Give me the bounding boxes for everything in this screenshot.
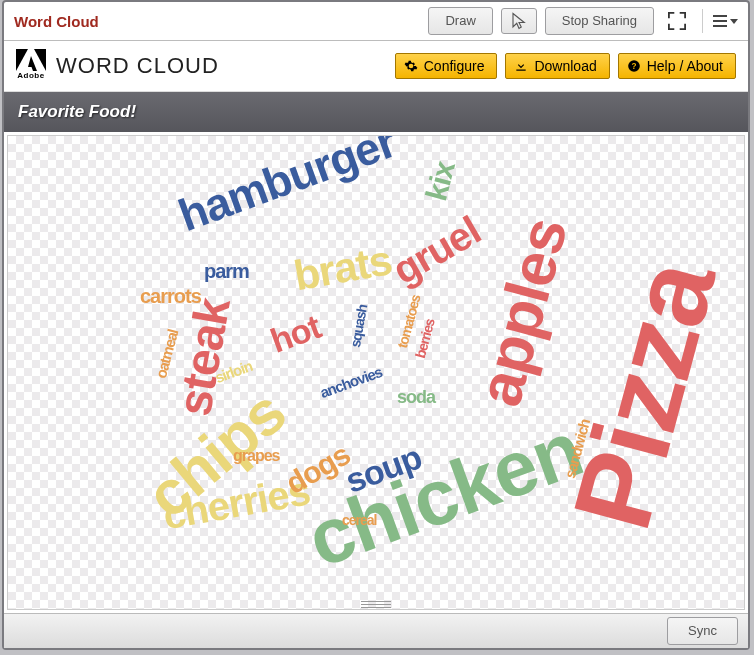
window-title: Word Cloud: [14, 13, 99, 30]
cloud-word: parm: [204, 261, 249, 281]
topbar-divider: [702, 9, 703, 33]
adobe-logo-caption: Adobe: [17, 71, 44, 80]
pointer-button[interactable]: [501, 8, 537, 34]
adobe-logo-icon: [16, 49, 46, 71]
configure-button[interactable]: Configure: [395, 53, 498, 79]
draw-button[interactable]: Draw: [428, 7, 492, 35]
svg-text:?: ?: [631, 62, 636, 71]
footer: Sync: [4, 613, 748, 648]
help-icon: ?: [627, 59, 641, 73]
pointer-icon: [510, 12, 528, 30]
cloud-title: Favorite Food!: [4, 92, 748, 132]
wordcloud-canvas[interactable]: Pizzachickenappleschipssteakhamburgerbra…: [7, 135, 745, 610]
cloud-word: berries: [413, 318, 437, 360]
cloud-word: cereal: [342, 513, 376, 527]
resize-grip[interactable]: [361, 601, 391, 608]
download-icon: [514, 59, 528, 73]
cloud-word: hamburger: [173, 135, 401, 238]
gear-icon: [404, 59, 418, 73]
configure-label: Configure: [424, 58, 485, 74]
cloud-word: kix: [421, 159, 460, 204]
menu-button[interactable]: [713, 8, 738, 34]
cloud-word: soda: [397, 388, 435, 406]
caret-down-icon: [730, 19, 738, 24]
fullscreen-icon: [668, 12, 686, 30]
fullscreen-button[interactable]: [662, 8, 692, 34]
app-title: WORD CLOUD: [56, 53, 219, 79]
hamburger-icon: [713, 15, 727, 27]
stop-sharing-button[interactable]: Stop Sharing: [545, 7, 654, 35]
cloud-word: hot: [266, 309, 324, 358]
cloud-word: gruel: [386, 210, 486, 291]
download-button[interactable]: Download: [505, 53, 609, 79]
cloud-word: squash: [348, 304, 369, 349]
cloud-word: anchovies: [318, 364, 384, 400]
cloud-word: Pizza: [556, 250, 732, 539]
download-label: Download: [534, 58, 596, 74]
app-header: Adobe WORD CLOUD Configure Download ? He…: [4, 41, 748, 92]
cloud-word: grapes: [233, 448, 279, 464]
sync-button[interactable]: Sync: [667, 617, 738, 645]
help-label: Help / About: [647, 58, 723, 74]
app-window: Word Cloud Draw Stop Sharing: [2, 0, 750, 650]
window-topbar: Word Cloud Draw Stop Sharing: [4, 2, 748, 41]
sync-label: Sync: [688, 622, 717, 640]
cloud-word: chicken: [298, 409, 591, 579]
help-button[interactable]: ? Help / About: [618, 53, 736, 79]
wordcloud-layer: Pizzachickenappleschipssteakhamburgerbra…: [8, 136, 744, 609]
cloud-word: carrots: [140, 286, 201, 306]
draw-label: Draw: [445, 12, 475, 30]
adobe-logo: Adobe: [14, 49, 48, 83]
cloud-word: brats: [291, 239, 395, 297]
stop-sharing-label: Stop Sharing: [562, 12, 637, 30]
